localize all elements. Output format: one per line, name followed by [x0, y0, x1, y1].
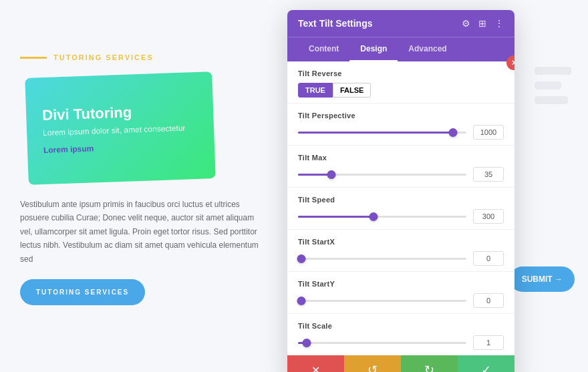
tilt-reverse-label: Tilt Reverse	[298, 69, 504, 77]
card-link: Lorem ipsum	[43, 140, 198, 155]
slider-scale	[298, 335, 504, 350]
toggle-true[interactable]: TRUE	[298, 83, 333, 98]
slider-track-max[interactable]	[298, 174, 466, 176]
slider-thumb-speed	[370, 212, 378, 221]
layout-icon[interactable]: ⊞	[478, 18, 486, 29]
more-icon[interactable]: ⋮	[494, 18, 504, 29]
slider-track-scale[interactable]	[298, 342, 466, 344]
modal-icons: ⚙ ⊞ ⋮	[462, 18, 504, 29]
setting-tilt-perspective: Tilt Perspective	[287, 104, 514, 146]
redo-icon: ↻	[424, 363, 434, 372]
footer-reset-button[interactable]: ↺	[344, 355, 401, 372]
tutoring-label: TUTORING SERVICES	[20, 53, 274, 61]
toggle-false[interactable]: FALSE	[333, 83, 371, 98]
setting-tilt-startx: Tilt StartX	[287, 230, 514, 272]
footer-cancel-button[interactable]: ✕	[287, 355, 344, 372]
tilt-startx-label: Tilt StartX	[298, 238, 504, 246]
setting-tilt-speed: Tilt Speed	[287, 188, 514, 230]
slider-max	[298, 167, 504, 182]
toggle-row: TRUE FALSE	[298, 83, 504, 98]
setting-tilt-scale: Tilt Scale	[287, 314, 514, 355]
modal-title: Text Tilt Settings	[298, 18, 373, 29]
card-subtitle: Lorem ipsum dolor sit, amet consectetur	[43, 123, 198, 138]
slider-thumb-scale	[302, 339, 311, 347]
right-bar-1	[535, 67, 571, 75]
setting-tilt-max: Tilt Max	[287, 146, 514, 188]
slider-track-startx[interactable]	[298, 258, 466, 260]
slider-perspective	[298, 125, 504, 140]
slider-thumb-starty	[297, 297, 306, 305]
footer-confirm-button[interactable]: ✓	[458, 355, 514, 372]
settings-icon[interactable]: ⚙	[462, 18, 470, 29]
slider-startx	[298, 251, 504, 266]
label-line-left	[20, 57, 47, 59]
modal-footer: ✕ ↺ ↻ ✓	[287, 355, 514, 372]
modal-body: Tilt Reverse TRUE FALSE Tilt Perspective…	[287, 61, 514, 355]
slider-value-starty[interactable]	[473, 293, 504, 308]
tab-design[interactable]: Design	[349, 37, 398, 61]
slider-thumb-max	[327, 170, 336, 179]
slider-value-speed[interactable]	[473, 209, 504, 224]
card-visual: Divi Tutoring Lorem ipsum dolor sit, ame…	[25, 71, 215, 185]
modal: Text Tilt Settings ⚙ ⊞ ⋮ Content Design …	[287, 10, 514, 372]
confirm-icon: ✓	[481, 363, 491, 372]
slider-fill-perspective	[298, 132, 453, 134]
slider-value-max[interactable]	[473, 167, 504, 182]
tilt-scale-label: Tilt Scale	[298, 322, 504, 330]
slider-starty	[298, 293, 504, 308]
slider-track-speed[interactable]	[298, 216, 466, 218]
reset-icon: ↺	[368, 363, 378, 372]
slider-thumb-startx	[297, 254, 306, 263]
tilt-speed-label: Tilt Speed	[298, 196, 504, 204]
card-title: Divi Tutoring	[42, 102, 198, 124]
tutoring-label-text: TUTORING SERVICES	[53, 53, 154, 61]
right-panel	[535, 67, 575, 111]
tilt-max-label: Tilt Max	[298, 154, 504, 162]
submit-button[interactable]: SUBMIT →	[510, 266, 575, 292]
tilt-perspective-label: Tilt Perspective	[298, 112, 504, 120]
right-bar-2	[535, 81, 561, 89]
footer-redo-button[interactable]: ↻	[401, 355, 458, 372]
slider-value-perspective[interactable]	[473, 125, 504, 140]
tab-content[interactable]: Content	[298, 37, 349, 61]
right-bar-3	[535, 96, 568, 104]
slider-speed	[298, 209, 504, 224]
cancel-icon: ✕	[311, 364, 320, 373]
slider-thumb-perspective	[448, 128, 457, 137]
slider-fill-max	[298, 174, 331, 176]
tab-advanced[interactable]: Advanced	[398, 37, 457, 61]
slider-value-startx[interactable]	[473, 251, 504, 266]
slider-fill-speed	[298, 216, 374, 218]
slider-track-perspective[interactable]	[298, 132, 466, 134]
setting-tilt-starty: Tilt StartY	[287, 272, 514, 314]
slider-value-scale[interactable]	[473, 335, 504, 350]
slider-track-starty[interactable]	[298, 300, 466, 302]
body-text: Vestibulum ante ipsum primis in faucibus…	[20, 198, 267, 266]
setting-tilt-reverse: Tilt Reverse TRUE FALSE	[287, 61, 514, 104]
left-content: TUTORING SERVICES Divi Tutoring Lorem ip…	[20, 53, 274, 305]
modal-header: Text Tilt Settings ⚙ ⊞ ⋮	[287, 10, 514, 37]
cta-button[interactable]: TUTORING SERVICES	[20, 279, 145, 305]
tilt-starty-label: Tilt StartY	[298, 280, 504, 288]
modal-tabs: Content Design Advanced	[287, 37, 514, 61]
